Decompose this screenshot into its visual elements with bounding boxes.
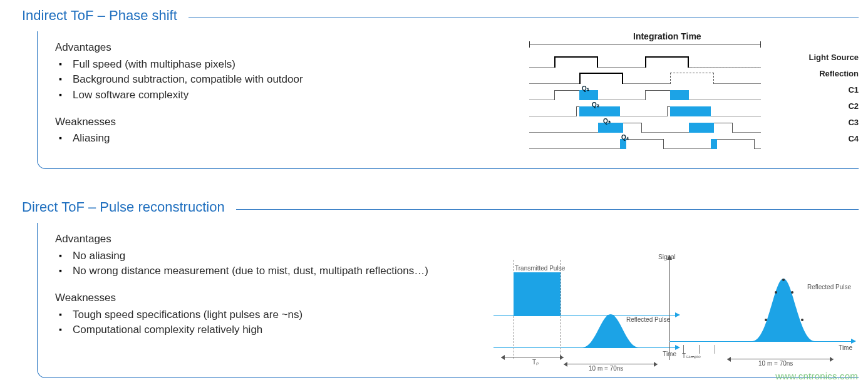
weaknesses-heading: Weaknesses bbox=[55, 290, 456, 306]
panel-title: Direct ToF – Pulse reconstruction bbox=[22, 199, 225, 215]
row-c2: Q₂ bbox=[529, 103, 761, 116]
row-label: Reflection bbox=[819, 69, 859, 78]
advantages-list: Full speed (with multiphase pixels) Back… bbox=[55, 57, 456, 103]
weaknesses-heading: Weaknesses bbox=[55, 115, 456, 130]
meas-label: 10 m = 70ns bbox=[589, 365, 623, 372]
vline-end bbox=[561, 260, 561, 359]
pulse-tx-rx-diagram: Transmitted Pulse Reflected Pulse Time T… bbox=[482, 254, 676, 372]
list-item: No wrong distance measurement (due to mi… bbox=[73, 264, 456, 279]
row-c1: Q₁ bbox=[529, 86, 761, 100]
list-item: No aliasing bbox=[73, 249, 456, 264]
q-label: Q₂ bbox=[592, 101, 599, 108]
y-axis bbox=[669, 259, 670, 360]
watermark: www.cntronics.com bbox=[775, 371, 858, 381]
q-label: Q₄ bbox=[621, 134, 629, 141]
weaknesses-list: Aliasing bbox=[55, 131, 456, 146]
weaknesses-list: Tough speed specifications (light pulses… bbox=[55, 307, 456, 338]
t-label: Tᵨ bbox=[532, 359, 539, 366]
row-reflection bbox=[529, 70, 761, 84]
row-c4: Q₄ bbox=[529, 135, 761, 149]
panel-title-row: Indirect ToF – Phase shift bbox=[22, 8, 859, 24]
row-label: C3 bbox=[848, 118, 859, 127]
time-label: Time bbox=[839, 344, 852, 351]
reflected-pulse bbox=[752, 276, 815, 342]
title-rule bbox=[189, 18, 859, 18]
title-rule bbox=[236, 209, 859, 210]
panel-title: Indirect ToF – Phase shift bbox=[22, 8, 177, 24]
row-light-source bbox=[529, 54, 761, 68]
integration-bracket bbox=[529, 44, 761, 50]
content-column: Advantages No aliasing No wrong distance… bbox=[55, 232, 456, 349]
panel-body: Advantages Full speed (with multiphase p… bbox=[37, 31, 859, 169]
panel-indirect-tof: Indirect ToF – Phase shift Advantages Fu… bbox=[22, 8, 859, 169]
list-item: Tough speed specifications (light pulses… bbox=[73, 307, 456, 323]
panel-body: Advantages No aliasing No wrong distance… bbox=[37, 223, 859, 378]
list-item: Low software complexity bbox=[73, 88, 456, 103]
y-label: Signal bbox=[658, 254, 676, 260]
sample-label: Tₛₐₘₚₗₑ bbox=[682, 352, 701, 359]
row-label: C2 bbox=[848, 101, 859, 111]
q-label: Q₃ bbox=[603, 118, 611, 125]
panel-direct-tof: Direct ToF – Pulse reconstruction Advant… bbox=[22, 199, 859, 378]
row-label: Light Source bbox=[809, 53, 859, 62]
content-column: Advantages Full speed (with multiphase p… bbox=[55, 40, 456, 158]
panel-title-row: Direct ToF – Pulse reconstruction bbox=[22, 199, 859, 215]
signal-sampled-diagram: Signal Time Reflected Pulse Tₛₐₘₚₗₑ 10 m… bbox=[658, 254, 852, 372]
advantages-heading: Advantages bbox=[55, 232, 456, 247]
timing-diagram: Integration Time Light Source Reflection bbox=[520, 31, 859, 157]
q-label: Q₁ bbox=[582, 85, 589, 92]
advantages-list: No aliasing No wrong distance measuremen… bbox=[55, 249, 456, 279]
tx-label: Transmitted Pulse bbox=[515, 265, 565, 272]
row-label: C4 bbox=[848, 134, 859, 143]
list-item: Background subtraction, compatible with … bbox=[73, 72, 456, 88]
rx-label: Reflected Pulse bbox=[807, 284, 851, 290]
row-c3: Q₃ bbox=[529, 119, 761, 133]
list-item: Aliasing bbox=[73, 131, 456, 146]
list-item: Computational complexity relatively high bbox=[73, 322, 456, 338]
list-item: Full speed (with multiphase pixels) bbox=[73, 57, 456, 73]
meas-label: 10 m = 70ns bbox=[758, 360, 793, 367]
advantages-heading: Advantages bbox=[55, 40, 456, 56]
diagram-title: Integration Time bbox=[633, 31, 701, 41]
transmitted-pulse bbox=[514, 272, 561, 316]
row-label: C1 bbox=[848, 85, 859, 95]
